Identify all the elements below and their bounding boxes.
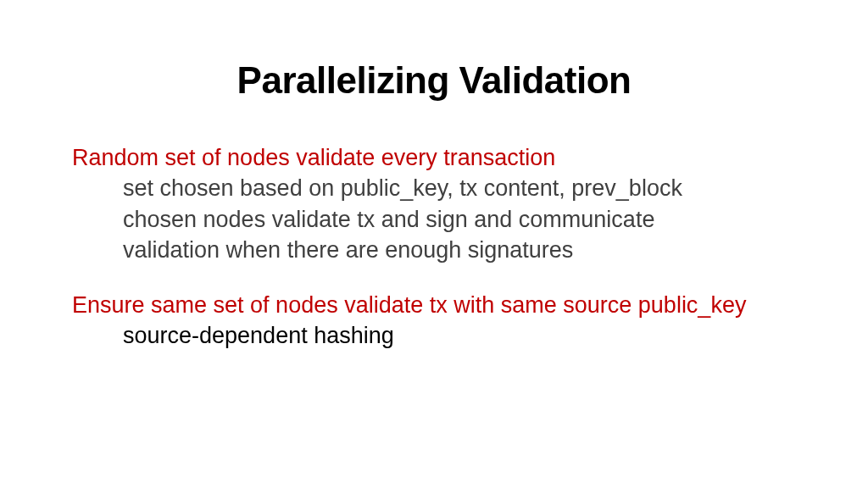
body-line: source-dependent hashing [123, 320, 796, 351]
section-2: Ensure same set of nodes validate tx wit… [72, 290, 796, 352]
body-line: chosen nodes validate tx and sign and co… [123, 204, 796, 235]
slide: Parallelizing Validation Random set of n… [0, 0, 868, 488]
body-line: set chosen based on public_key, tx conte… [123, 173, 796, 203]
section-1: Random set of nodes validate every trans… [72, 142, 796, 266]
slide-title: Parallelizing Validation [72, 59, 796, 102]
section-2-body: source-dependent hashing [72, 320, 796, 351]
section-1-header: Random set of nodes validate every trans… [72, 142, 796, 173]
section-1-body: set chosen based on public_key, tx conte… [72, 173, 796, 265]
section-2-header: Ensure same set of nodes validate tx wit… [72, 290, 796, 320]
body-line: validation when there are enough signatu… [123, 235, 796, 265]
